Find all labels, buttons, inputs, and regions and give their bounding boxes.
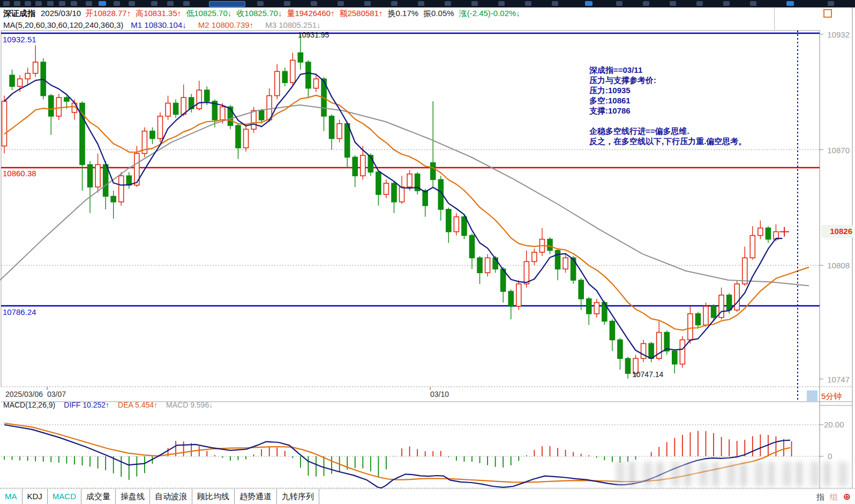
macd-header-part: MACD 9.596↓	[166, 401, 213, 409]
tab-成交量[interactable]: 成交量	[81, 489, 116, 504]
current-price-badge: 10826	[821, 225, 853, 238]
add-indicator-icon[interactable]: ⊕	[843, 492, 851, 502]
macd-axis-0-label: 0	[828, 452, 832, 461]
axis-price-label: 10932	[827, 30, 850, 39]
tab-操盘线[interactable]: 操盘线	[116, 489, 150, 504]
annotation-line: 压力与支撑参考价:	[589, 75, 782, 85]
mid-line-label: 10860.38	[3, 169, 36, 178]
group-button[interactable]: 组	[830, 492, 838, 501]
annotation-line: 深成指==03/11	[589, 65, 782, 75]
support-line-label: 10786.24	[3, 307, 36, 317]
date-label: 03/07	[47, 390, 66, 398]
analysis-annotation: 深成指==03/11压力与支撑参考价:压力:10935多空:10861支撑:10…	[589, 65, 782, 146]
watermark-blur	[616, 462, 852, 486]
annotation-line: 多空:10861	[589, 95, 782, 106]
peak-price-label: 10931.95	[298, 31, 329, 39]
macd-header-part: DIFF 10.252↑	[64, 401, 109, 409]
period-color-swatch[interactable]	[807, 390, 818, 402]
tab-自动波浪[interactable]: 自动波浪	[150, 489, 192, 504]
tab-顾比均线[interactable]: 顾比均线	[192, 489, 235, 504]
date-label: 2025/03/06	[5, 390, 43, 398]
macd-axis-20-label: 20.00	[824, 420, 844, 429]
macd-header-part: MACD(12,26,9)	[3, 401, 55, 409]
trading-terminal: { "toolbar": { "icons": [[6,"dim"],[26,"…	[0, 0, 855, 504]
indicator-tabbar: MAKDJMACD成交量操盘线自动波浪顾比均线趋势通道九转序列	[0, 488, 855, 504]
tab-MACD[interactable]: MACD	[48, 489, 81, 504]
annotation-line: 支撑:10786	[589, 106, 782, 116]
period-selector[interactable]: 5分钟	[821, 392, 842, 402]
corner-tools: 指组⊕	[816, 491, 851, 502]
date-label: 03/10	[430, 390, 449, 398]
axis-price-label: 10870	[827, 146, 850, 155]
tab-MA[interactable]: MA	[0, 489, 22, 504]
axis-price-label: 10747	[827, 375, 850, 384]
macd-header: MACD(12,26,9)DIFF 10.252↑DEA 5.454↑MACD …	[3, 401, 221, 409]
trough-price-label: 10747.14	[632, 370, 663, 379]
indicator-button[interactable]: 指	[816, 492, 824, 501]
resistance-line-label: 10932.51	[3, 35, 36, 44]
macd-header-part: DEA 5.454↑	[118, 401, 158, 409]
annotation-line: 压力:10935	[589, 85, 782, 95]
axis-price-label: 10808	[827, 261, 850, 270]
tab-九转序列[interactable]: 九转序列	[277, 489, 319, 504]
annotation-line: 企稳多空线行进==偏多思维.	[589, 126, 782, 136]
annotation-line: 反之，在多空线以下,下行压力重.偏空思考。	[589, 136, 782, 146]
tab-KDJ[interactable]: KDJ	[22, 489, 48, 504]
tab-趋势通道[interactable]: 趋势通道	[235, 489, 277, 504]
annotation-line	[589, 116, 782, 126]
